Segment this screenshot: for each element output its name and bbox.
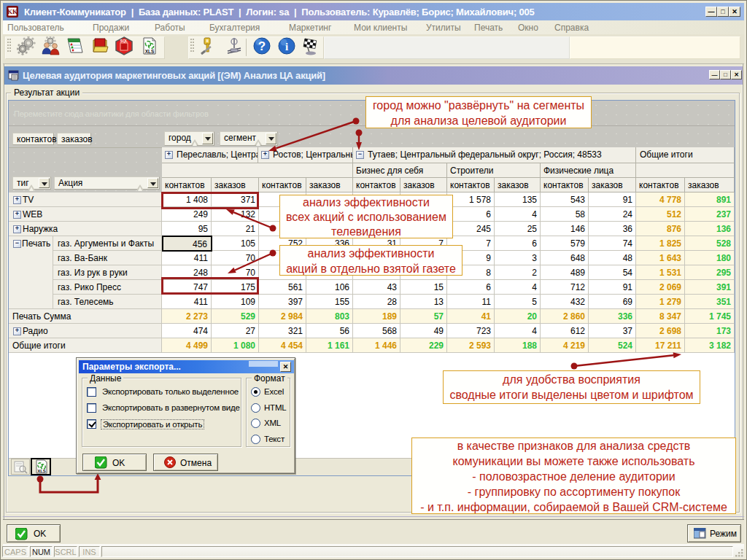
svg-text:XLS: XLS (145, 49, 155, 54)
svg-text:KK: KK (7, 8, 18, 15)
svg-text:XLS: XLS (37, 469, 46, 473)
svg-text:i: i (285, 41, 288, 52)
svg-text:?: ? (258, 39, 266, 53)
svg-text:SQL: SQL (120, 39, 128, 43)
